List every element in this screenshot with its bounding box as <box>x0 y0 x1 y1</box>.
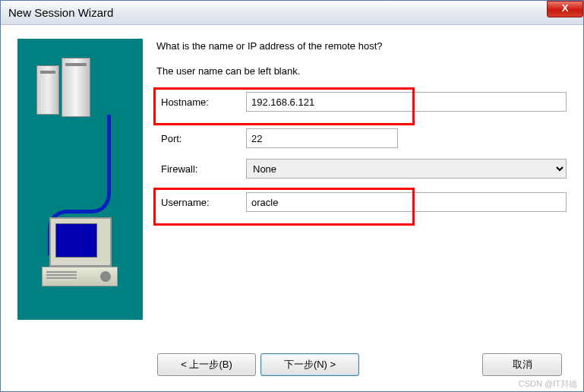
port-input[interactable] <box>246 128 398 148</box>
title-bar: New Session Wizard X <box>1 1 583 25</box>
content-area: What is the name or IP address of the re… <box>1 25 583 327</box>
hostname-input[interactable] <box>246 92 567 112</box>
username-input[interactable] <box>246 192 567 212</box>
watermark-text: CSDN @IT邦德 <box>519 378 577 390</box>
form-area: What is the name or IP address of the re… <box>156 39 567 320</box>
port-row: Port: <box>156 127 567 150</box>
hostname-row: Hostname: <box>156 90 567 113</box>
close-icon: X <box>562 2 569 14</box>
wizard-illustration <box>17 39 143 320</box>
username-label: Username: <box>156 197 246 208</box>
hostname-label: Hostname: <box>156 96 246 108</box>
prompt-text: What is the name or IP address of the re… <box>156 40 567 52</box>
close-button[interactable]: X <box>547 1 583 17</box>
cable-icon <box>90 115 111 213</box>
drive-slots-icon <box>46 271 77 280</box>
back-button[interactable]: < 上一步(B) <box>157 353 256 376</box>
firewall-select[interactable]: None <box>246 159 567 179</box>
window-title: New Session Wizard <box>8 6 113 19</box>
firewall-row: Firewall: None <box>156 157 567 180</box>
port-label: Port: <box>156 133 246 144</box>
firewall-label: Firewall: <box>156 163 246 175</box>
server-icon <box>36 65 59 115</box>
next-button[interactable]: 下一步(N) > <box>260 353 359 376</box>
hint-text: The user name can be left blank. <box>156 65 567 77</box>
button-bar: < 上一步(B) 下一步(N) > 取消 <box>1 353 583 376</box>
username-row: Username: <box>156 191 567 213</box>
cancel-button[interactable]: 取消 <box>482 353 562 376</box>
monitor-screen-icon <box>55 223 97 258</box>
server-icon <box>62 58 90 117</box>
